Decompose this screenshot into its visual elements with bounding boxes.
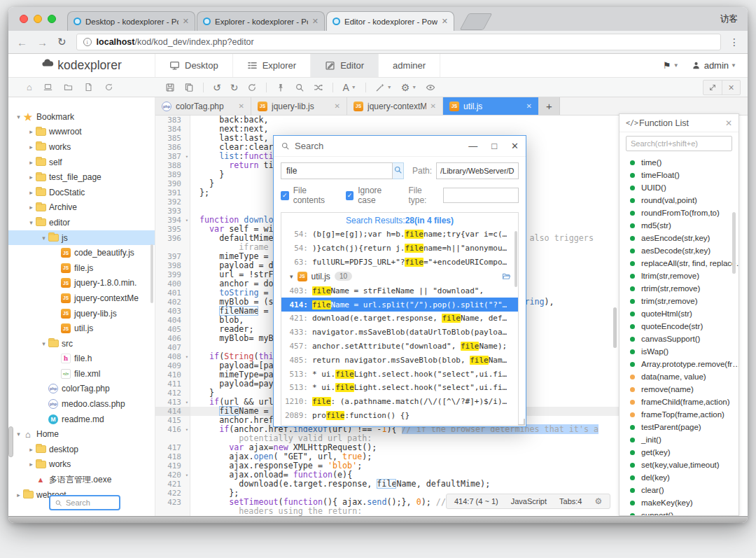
search-result-row[interactable]: 414:fileName = url.split("/").pop().spli… [281,298,518,312]
function-list-scrollbar[interactable] [732,212,736,274]
chevron-right-icon[interactable]: ▸ [27,189,36,196]
tree-item-test_file_page[interactable]: ▸test_file_page [8,169,155,185]
chevron-right-icon[interactable]: ▸ [27,128,36,135]
chevron-down-icon[interactable]: ▾ [39,340,48,347]
function-item[interactable]: remove(name) [620,383,738,396]
browser-menu-icon[interactable]: ⋮ [729,36,739,48]
laptop-button[interactable] [43,82,52,92]
close-icon[interactable]: ✕ [511,141,519,151]
tree-item-Bookmark[interactable]: ▾★Bookmark [8,109,155,125]
search-path-input[interactable] [436,162,519,179]
close-icon[interactable]: ✕ [430,102,436,110]
panel-collapse-handle[interactable] [8,426,13,457]
browser-tab[interactable]: Desktop - kodexplorer - Power✕ [67,11,195,31]
tree-item-jquery-contextMe[interactable]: JSjquery-contextMe [8,291,155,306]
tree-item-self[interactable]: ▸self [8,155,155,170]
function-item[interactable]: support() [620,509,738,516]
function-item[interactable]: del(key) [620,471,738,484]
tree-item-file.h[interactable]: hfile.h [8,351,155,367]
forward-icon[interactable]: → [37,36,48,48]
function-item[interactable]: aesDecode(str,key) [620,244,738,257]
function-item[interactable]: quoteHtml(str) [620,307,738,320]
tree-item-editor[interactable]: ▾editor [8,215,155,230]
minimize-window-button[interactable] [34,15,42,23]
chevron-down-icon[interactable]: ▾ [39,235,48,242]
tree-item-src[interactable]: ▾src [8,336,155,351]
tree-item-desktop[interactable]: ▸desktop [8,442,155,457]
header-tab-explorer[interactable]: Explorer [233,54,311,77]
info-icon[interactable]: i [83,38,92,46]
header-tab-editor[interactable]: Editor [311,54,379,77]
maximize-icon[interactable]: □ [491,141,497,151]
new-tab-button[interactable] [460,13,493,30]
tree-item-util.js[interactable]: JSutil.js [8,321,155,336]
close-window-button[interactable] [20,15,28,23]
search-result-row[interactable]: 63:fullURL=PDFJS_URL+"?file="+encodeURIC… [281,256,518,270]
chevron-right-icon[interactable]: ▸ [27,446,36,453]
tree-item-file.xml[interactable]: </>file.xml [8,366,155,382]
search-query-input[interactable] [281,162,393,179]
expand-button[interactable] [704,81,722,95]
eye-button[interactable] [426,83,435,92]
file-button[interactable] [84,82,93,92]
editor-tab[interactable]: phpcolorTag.php✕ [155,97,251,115]
sidebar-scrollbar[interactable] [150,244,153,303]
function-item[interactable]: aesEncode(str,key) [620,232,738,244]
open-folder-icon[interactable] [502,272,511,281]
search-result-row[interactable]: 54:(b[g]=e[g]);var h=b.filename;try{var … [281,228,518,242]
search-dialog-titlebar[interactable]: Search — □ ✕ [274,136,526,157]
gear-icon[interactable]: ⚙ [594,496,602,506]
tree-item-code_beautify.js[interactable]: JScode_beautify.js [8,245,155,260]
header-tab-desktop[interactable]: Desktop [155,54,233,77]
function-item[interactable]: testParent(page) [620,421,738,433]
undo-button[interactable]: ↺ [213,82,221,93]
close-icon[interactable]: ✕ [335,102,340,110]
tree-item-多语言管理.oexe[interactable]: ▲多语言管理.oexe [8,472,155,487]
tree-item-jquery-1.8.0.min.[interactable]: JSjquery-1.8.0.min. [8,276,155,291]
home-button[interactable]: ⌂ [27,82,32,92]
tree-item-Home[interactable]: ▾⌂Home [8,426,155,442]
pin-button[interactable] [276,83,286,92]
shuffle-button[interactable] [314,83,323,92]
function-search-input[interactable] [631,139,727,148]
tree-item-DocStatic[interactable]: ▸DocStatic [8,185,155,200]
function-item[interactable]: md5(str) [620,219,738,232]
chevron-down-icon[interactable]: ▾ [14,113,23,120]
tree-item-jquery-lib.js[interactable]: JSjquery-lib.js [8,306,155,321]
function-item[interactable]: quoteEncode(str) [620,320,738,333]
results-scrollbar[interactable] [514,231,517,287]
function-item[interactable]: rtrim(str,remove) [620,282,738,295]
search-result-row[interactable]: 485:return navigator.msSaveBlob(blob, fi… [281,353,518,367]
function-item[interactable]: isWap() [620,345,738,358]
chevron-right-icon[interactable]: ▸ [27,174,36,181]
chevron-down-icon[interactable]: ▾ [290,273,293,280]
url-bar[interactable]: i localhost/kod/kod_dev/index.php?editor [76,34,721,50]
close-icon[interactable]: ✕ [725,118,732,128]
fontA-button[interactable]: A▼ [342,82,356,93]
function-item[interactable]: trim(str,remove) [620,295,738,307]
function-item[interactable]: data(name, value) [620,370,738,383]
tab-size[interactable]: Tabs:4 [559,497,582,505]
checkbox-checked-icon[interactable]: ✓ [281,191,289,200]
tree-item-js[interactable]: ▾js [8,230,155,246]
search-result-row[interactable]: 513:* ui.fileLight.select.hook("select",… [281,367,518,381]
chevron-down-icon[interactable]: ▾ [14,431,23,438]
filetype-input[interactable] [443,188,519,203]
search-button[interactable] [295,83,304,92]
function-item[interactable]: get(key) [620,446,738,459]
tree-item-readme.md[interactable]: Mreadme.md [8,412,155,427]
tree-item-works[interactable]: ▸works [8,457,155,473]
checkbox-checked-icon[interactable]: ✓ [346,191,354,200]
function-item[interactable]: time() [620,156,738,169]
minimize-icon[interactable]: — [468,141,477,151]
syntax-mode[interactable]: JavaScript [511,497,547,505]
function-item[interactable]: _init() [620,433,738,446]
save-button[interactable] [165,83,175,92]
tree-item-file.js[interactable]: JSfile.js [8,260,155,276]
chevron-right-icon[interactable]: ▸ [14,491,23,498]
close-button[interactable]: × [722,81,740,95]
function-item[interactable]: timeFloat() [620,169,738,181]
search-result-row[interactable]: 403:fileName = strFileName || "download"… [281,284,518,298]
function-item[interactable]: set(key,value,timeout) [620,459,738,471]
function-item[interactable]: replaceAll(str, find, replace… [620,257,738,270]
